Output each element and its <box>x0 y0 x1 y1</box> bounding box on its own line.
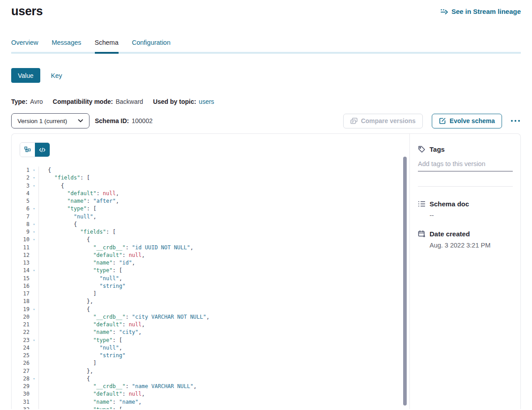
type-value: Avro <box>30 98 43 105</box>
editor-scrollbar[interactable] <box>403 157 407 406</box>
fold-toggle-icon[interactable]: ▾ <box>30 267 38 274</box>
fold-gutter <box>30 352 38 359</box>
chevron-down-icon <box>78 119 83 123</box>
line-number: 15 <box>12 275 30 282</box>
fold-toggle-icon[interactable]: ▾ <box>30 228 38 236</box>
tab-messages[interactable]: Messages <box>51 39 81 54</box>
code-line: 9▾"fields": [ <box>12 228 409 236</box>
line-number: 29 <box>12 383 30 390</box>
fold-gutter <box>30 321 38 329</box>
code-text: }, <box>38 367 409 375</box>
version-select[interactable]: Version 1 (current) <box>11 113 89 128</box>
date-created-title: Date created <box>430 230 470 238</box>
code-text: { <box>38 182 409 190</box>
add-tags-input[interactable] <box>418 160 513 171</box>
tree-view-icon <box>24 146 31 153</box>
dot <box>511 120 513 122</box>
tree-view-button[interactable] <box>20 143 35 157</box>
fold-gutter <box>30 197 38 205</box>
fold-gutter <box>30 190 38 197</box>
tab-configuration[interactable]: Configuration <box>132 39 170 54</box>
code-line: 31"name": "name", <box>12 398 409 406</box>
list-icon <box>418 201 426 207</box>
code-text: "type": [ <box>38 267 409 274</box>
fold-gutter <box>30 244 38 252</box>
key-button[interactable]: Key <box>51 72 62 79</box>
code-line: 22"name": "city", <box>12 329 409 336</box>
code-line: 10▾{ <box>12 236 409 243</box>
schema-type: Type: Avro <box>11 98 43 105</box>
code-text: "fields": [ <box>38 228 409 236</box>
code-text: "default": null, <box>38 252 409 259</box>
code-line: 24"null", <box>12 344 409 352</box>
fold-toggle-icon[interactable]: ▾ <box>30 337 38 344</box>
fold-toggle-icon[interactable]: ▾ <box>30 375 38 383</box>
line-number: 20 <box>12 313 30 321</box>
see-in-stream-lineage-link[interactable]: See in Stream lineage <box>440 8 521 15</box>
fold-toggle-icon[interactable]: ▾ <box>30 306 38 313</box>
line-number: 19 <box>12 306 30 313</box>
used-by-topic: Used by topic: users <box>153 98 214 105</box>
code-text: "name": "after", <box>38 197 409 205</box>
code-line: 6▾"type": [ <box>12 205 409 213</box>
dot <box>518 120 520 122</box>
code-line: 28▾{ <box>12 375 409 383</box>
code-text: { <box>38 306 409 313</box>
code-text: { <box>38 221 409 228</box>
code-text: "null", <box>38 213 409 221</box>
date-created-section-header: Date created <box>418 230 513 238</box>
evolve-schema-button[interactable]: Evolve schema <box>432 114 502 128</box>
tab-schema[interactable]: Schema <box>95 39 119 54</box>
fold-toggle-icon[interactable]: ▾ <box>30 182 38 190</box>
code-line: 29"__crdb__": "name VARCHAR NULL", <box>12 383 409 390</box>
value-button[interactable]: Value <box>11 68 40 83</box>
code-line: 19▾{ <box>12 306 409 313</box>
version-select-value: Version 1 (current) <box>17 118 67 124</box>
code-text: { <box>38 375 409 383</box>
line-number: 14 <box>12 267 30 274</box>
code-line: 32▾"type": [ <box>12 406 409 409</box>
value-key-toggle: Value Key <box>11 68 521 83</box>
fold-toggle-icon[interactable]: ▾ <box>30 174 38 182</box>
code-text: ] <box>38 359 409 367</box>
fold-toggle-icon[interactable]: ▾ <box>30 205 38 213</box>
code-line: 11"__crdb__": "id UUID NOT NULL", <box>12 244 409 252</box>
line-number: 16 <box>12 282 30 290</box>
line-number: 28 <box>12 375 30 383</box>
line-number: 24 <box>12 344 30 352</box>
line-number: 9 <box>12 228 30 236</box>
line-number: 12 <box>12 252 30 259</box>
code-text: "null", <box>38 344 409 352</box>
code-text: "type": [ <box>38 205 409 213</box>
code-text: "__crdb__": "city VARCHAR NOT NULL", <box>38 313 409 321</box>
code-view-button[interactable] <box>35 143 50 157</box>
stream-lineage-icon <box>440 8 448 15</box>
schema-doc-value: -- <box>430 212 513 219</box>
fold-toggle-icon[interactable]: ▾ <box>30 167 38 174</box>
fold-gutter <box>30 383 38 390</box>
line-number: 7 <box>12 213 30 221</box>
line-number: 8 <box>12 221 30 228</box>
compare-versions-label: Compare versions <box>361 117 416 124</box>
code-text: "__crdb__": "name VARCHAR NULL", <box>38 383 409 390</box>
code-text: "fields": [ <box>38 174 409 182</box>
compare-versions-button[interactable]: Compare versions <box>343 114 423 128</box>
line-number: 22 <box>12 329 30 336</box>
schema-panel: 1▾{2▾"fields": [3▾{4"default": null,5"na… <box>11 133 521 409</box>
dot <box>515 120 516 122</box>
code-text: "string" <box>38 352 409 359</box>
topic-link[interactable]: users <box>199 98 214 105</box>
fold-gutter <box>30 390 38 398</box>
more-options-button[interactable] <box>510 118 521 124</box>
code-text: "type": [ <box>38 337 409 344</box>
tab-overview[interactable]: Overview <box>11 39 38 54</box>
fold-toggle-icon[interactable]: ▾ <box>30 236 38 243</box>
fold-toggle-icon[interactable]: ▾ <box>30 221 38 228</box>
fold-toggle-icon[interactable]: ▾ <box>30 406 38 409</box>
fold-gutter <box>30 359 38 367</box>
code-text: "null", <box>38 275 409 282</box>
fold-gutter <box>30 275 38 282</box>
fold-gutter <box>30 252 38 259</box>
code-text: }, <box>38 298 409 305</box>
line-number: 21 <box>12 321 30 329</box>
